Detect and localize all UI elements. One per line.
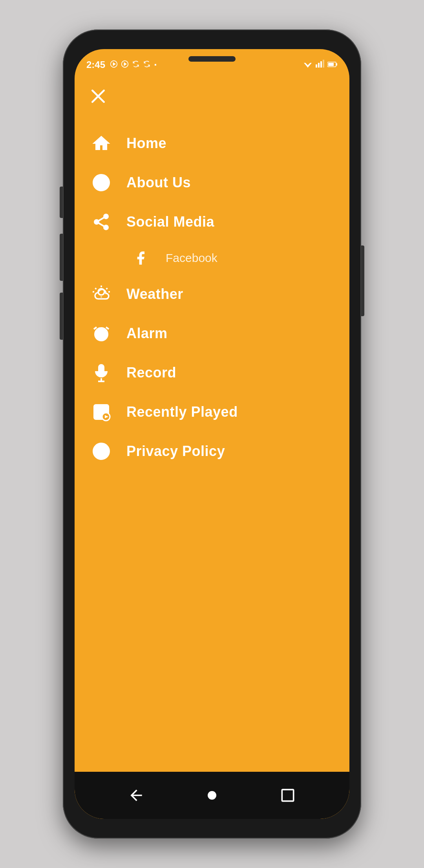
recently-played-icon — [90, 401, 112, 423]
refresh-icon-1 — [132, 60, 140, 70]
signal-icon — [316, 60, 324, 70]
svg-rect-8 — [318, 63, 320, 68]
volume-down-button-2[interactable] — [60, 293, 63, 340]
svg-line-27 — [95, 288, 96, 289]
alarm-icon — [90, 322, 112, 344]
svg-rect-7 — [316, 64, 317, 68]
menu-item-facebook[interactable]: Facebook — [75, 242, 349, 275]
volume-up-button[interactable] — [60, 187, 63, 218]
play-icon-2 — [121, 60, 129, 70]
power-button[interactable] — [361, 245, 364, 316]
play-icon-1 — [110, 60, 118, 70]
home-icon — [90, 132, 112, 154]
weather-label: Weather — [126, 286, 183, 302]
menu-item-home[interactable]: Home — [75, 124, 349, 163]
svg-point-45 — [208, 791, 216, 800]
home-label: Home — [126, 135, 166, 152]
svg-line-23 — [99, 218, 104, 221]
svg-marker-6 — [306, 65, 309, 68]
share-icon — [90, 211, 112, 233]
svg-point-20 — [94, 220, 99, 224]
home-nav-button[interactable] — [200, 784, 224, 807]
facebook-label: Facebook — [166, 251, 217, 265]
svg-rect-13 — [328, 63, 334, 66]
about-label: About Us — [126, 174, 191, 191]
svg-rect-46 — [282, 789, 294, 801]
close-button[interactable] — [86, 84, 110, 108]
alarm-label: Alarm — [126, 325, 168, 342]
volume-down-button[interactable] — [60, 234, 63, 281]
lock-icon — [90, 440, 112, 462]
svg-rect-12 — [336, 63, 337, 66]
phone-frame: 2:45 — [63, 29, 361, 839]
menu-item-recently-played[interactable]: Recently Played — [75, 392, 349, 432]
svg-line-32 — [94, 327, 97, 329]
status-right-icons — [303, 60, 338, 70]
menu-item-social[interactable]: Social Media — [75, 202, 349, 242]
svg-marker-3 — [124, 62, 126, 65]
menu-list: Home About Us — [75, 120, 349, 475]
about-icon — [90, 172, 112, 194]
menu-item-about[interactable]: About Us — [75, 163, 349, 202]
facebook-icon — [130, 247, 152, 269]
dot-icon: · — [154, 59, 157, 71]
recents-button[interactable] — [276, 784, 300, 807]
svg-line-28 — [106, 288, 108, 289]
svg-line-22 — [99, 223, 104, 226]
status-time: 2:45 — [86, 59, 105, 70]
svg-point-19 — [104, 214, 108, 219]
svg-rect-9 — [320, 61, 322, 68]
menu-item-weather[interactable]: Weather — [75, 275, 349, 314]
mic-icon — [90, 362, 112, 384]
svg-line-33 — [106, 327, 109, 329]
battery-icon — [327, 60, 338, 70]
back-button[interactable] — [124, 784, 148, 807]
menu-item-privacy[interactable]: Privacy Policy — [75, 432, 349, 471]
wifi-icon — [303, 60, 313, 70]
phone-notch — [188, 56, 236, 62]
menu-item-alarm[interactable]: Alarm — [75, 314, 349, 353]
record-label: Record — [126, 364, 176, 381]
svg-point-21 — [104, 225, 108, 230]
recently-played-label: Recently Played — [126, 404, 238, 420]
refresh-icon-2 — [143, 60, 151, 70]
status-bar: 2:45 — [75, 49, 349, 77]
privacy-label: Privacy Policy — [126, 443, 225, 460]
svg-rect-44 — [98, 450, 104, 456]
menu-item-record[interactable]: Record — [75, 353, 349, 392]
svg-rect-10 — [323, 60, 324, 68]
social-label: Social Media — [126, 214, 214, 230]
svg-marker-1 — [113, 62, 115, 65]
bottom-nav-bar — [75, 772, 349, 819]
weather-icon — [90, 283, 112, 305]
phone-screen: 2:45 — [75, 49, 349, 819]
